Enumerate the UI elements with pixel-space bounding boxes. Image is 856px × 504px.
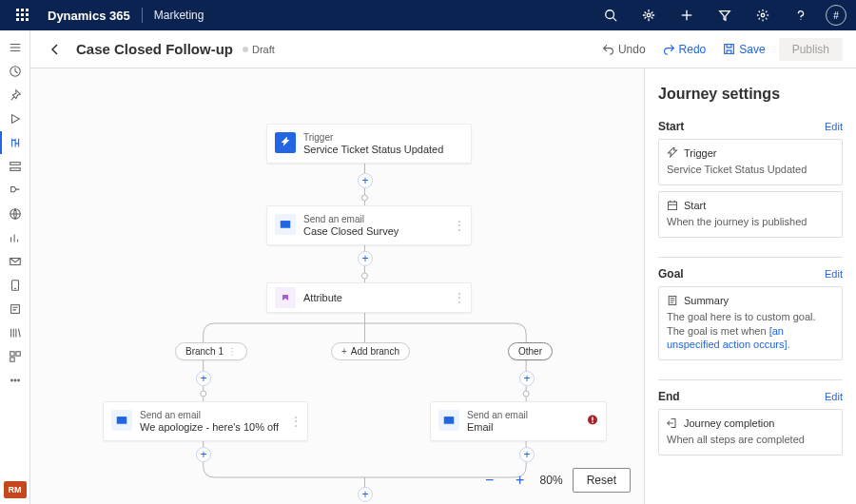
back-button[interactable]	[44, 38, 67, 61]
svg-rect-44	[669, 202, 677, 209]
rail-chart-icon[interactable]	[0, 226, 30, 249]
node-label: Trigger	[303, 132, 443, 143]
status-badge: Draft	[243, 44, 275, 55]
undo-button[interactable]: Undo	[598, 39, 650, 60]
attribute-icon	[275, 287, 296, 308]
rail-menu-icon[interactable]	[0, 36, 30, 59]
rail-email-icon[interactable]	[0, 250, 30, 273]
exit-icon	[667, 417, 678, 429]
rail-persona-badge[interactable]: RM	[4, 481, 27, 498]
svg-rect-42	[592, 417, 593, 421]
node-label: Send an email	[467, 410, 528, 420]
node-email-other[interactable]: Send an email Email	[430, 401, 607, 441]
section-start: Start Edit Trigger Service Ticket Status…	[658, 120, 843, 249]
add-step-button[interactable]: +	[196, 447, 211, 462]
node-more-icon[interactable]: ⋮	[454, 219, 465, 232]
email-icon	[275, 214, 296, 235]
card-goal: Summary The goal here is to custom goal.…	[658, 286, 843, 361]
svg-rect-19	[15, 352, 19, 356]
trigger-icon	[667, 147, 678, 159]
zoom-in-button[interactable]: +	[510, 469, 531, 492]
add-step-button[interactable]: +	[519, 447, 535, 462]
card-end: Journey completion When all steps are co…	[658, 409, 843, 456]
save-button[interactable]: Save	[719, 39, 768, 60]
svg-rect-43	[592, 422, 593, 423]
user-avatar[interactable]: #	[826, 5, 846, 26]
rail-device-icon[interactable]	[0, 274, 30, 297]
node-text: Attribute	[303, 292, 342, 303]
node-more-icon[interactable]: ⋮	[454, 291, 465, 304]
add-step-button[interactable]: +	[358, 487, 373, 502]
card-trigger: Trigger Service Ticket Status Updated	[658, 139, 843, 185]
branch-pill-other[interactable]: Other	[508, 342, 553, 360]
rail-library-icon[interactable]	[0, 321, 30, 344]
search-icon[interactable]	[597, 2, 624, 29]
filter-icon[interactable]	[711, 2, 738, 29]
add-branch-button[interactable]: +Add branch	[331, 342, 410, 360]
branch-pill-1[interactable]: Branch 1 ⋮	[175, 342, 247, 360]
rail-pin-icon[interactable]	[0, 84, 30, 107]
svg-rect-11	[10, 163, 20, 165]
svg-rect-24	[725, 45, 734, 54]
rail-form-icon[interactable]	[0, 298, 30, 320]
module-name[interactable]: Marketing	[154, 9, 204, 22]
assistant-icon[interactable]	[635, 2, 662, 29]
node-text: Case Closed Survey	[303, 225, 399, 237]
svg-point-6	[800, 19, 801, 20]
add-step-button[interactable]: +	[519, 371, 535, 386]
node-email-apology[interactable]: Send an email We apologize - here's 10% …	[103, 401, 308, 441]
rail-more-icon[interactable]	[0, 369, 30, 392]
app-launcher-icon[interactable]	[10, 2, 36, 29]
add-step-button[interactable]: +	[358, 251, 373, 266]
panel-heading: Journey settings	[658, 86, 843, 103]
brand-divider	[142, 8, 143, 23]
product-brand: Dynamics 365	[48, 9, 130, 23]
branch-more-icon[interactable]: ⋮	[227, 346, 237, 357]
zoom-out-button[interactable]: −	[479, 469, 500, 492]
publish-button: Publish	[779, 38, 843, 61]
section-title: End	[658, 390, 680, 403]
node-attribute[interactable]: Attribute ⋮	[266, 282, 472, 313]
node-text: Email	[467, 421, 528, 433]
node-trigger[interactable]: Trigger Service Ticket Status Updated	[266, 124, 472, 164]
svg-rect-12	[10, 168, 20, 171]
edit-link[interactable]: Edit	[825, 268, 843, 280]
rail-recent-icon[interactable]	[0, 60, 30, 83]
settings-panel: Journey settings Start Edit Trigger Serv…	[645, 68, 856, 504]
node-text: We apologize - here's 10% off	[140, 421, 279, 433]
section-title: Goal	[658, 267, 684, 281]
rail-flow-icon[interactable]	[0, 179, 30, 202]
add-step-button[interactable]: +	[196, 371, 211, 386]
svg-point-32	[201, 391, 206, 397]
svg-point-23	[17, 379, 19, 381]
svg-rect-17	[10, 305, 19, 314]
goal-text: The goal here is to custom goal. The goa…	[667, 310, 834, 353]
journey-canvas[interactable]: Trigger Service Ticket Status Updated + …	[30, 68, 645, 504]
redo-button[interactable]: Redo	[659, 39, 710, 60]
rail-template-icon[interactable]	[0, 345, 30, 368]
calendar-icon	[667, 200, 678, 211]
section-end: End Edit Journey completion When all ste…	[658, 379, 843, 467]
zoom-reset-button[interactable]: Reset	[573, 468, 631, 493]
svg-point-2	[647, 13, 651, 17]
node-text: Service Ticket Status Updated	[303, 144, 443, 155]
global-nav-bar: Dynamics 365 Marketing #	[0, 0, 856, 30]
help-icon[interactable]	[788, 2, 814, 29]
rail-globe-icon[interactable]	[0, 203, 30, 225]
add-icon[interactable]	[673, 2, 700, 29]
rail-segment-icon[interactable]	[0, 155, 30, 178]
edit-link[interactable]: Edit	[825, 391, 843, 402]
rail-journey-icon[interactable]	[0, 131, 30, 154]
edit-link[interactable]: Edit	[825, 121, 843, 132]
rail-play-icon[interactable]	[0, 107, 30, 130]
settings-icon[interactable]	[749, 2, 776, 29]
svg-point-22	[14, 379, 16, 381]
add-step-button[interactable]: +	[358, 173, 373, 188]
section-title: Start	[658, 120, 684, 133]
node-more-icon[interactable]: ⋮	[290, 415, 302, 428]
node-label: Send an email	[303, 214, 399, 224]
svg-line-1	[613, 18, 617, 22]
node-email-survey[interactable]: Send an email Case Closed Survey ⋮	[266, 205, 472, 245]
card-start: Start When the journey is published	[658, 191, 843, 238]
zoom-level: 80%	[540, 474, 563, 487]
